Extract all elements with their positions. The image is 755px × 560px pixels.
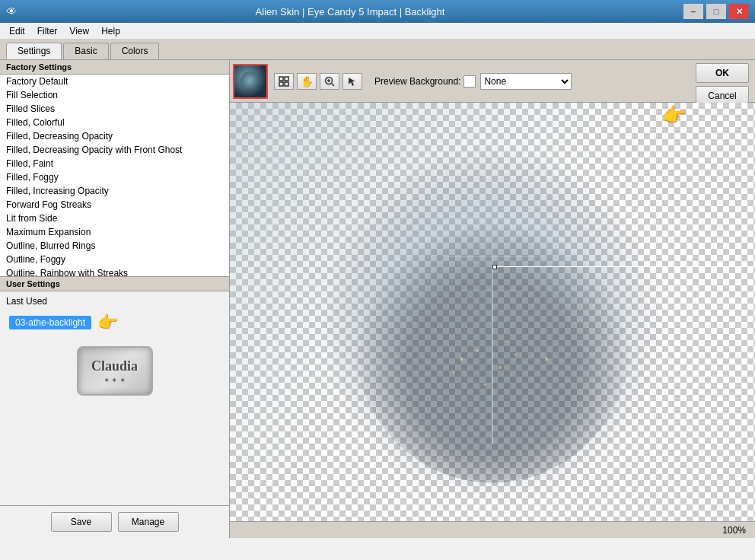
window-title: Alien Skin | Eye Candy 5 Impact | Backli…	[17, 6, 683, 18]
list-item[interactable]: Outline, Blurred Rings	[0, 239, 229, 253]
list-item[interactable]: Filled, Increasing Opacity	[0, 184, 229, 198]
user-settings-list: Last Used	[0, 291, 229, 311]
select-button[interactable]	[342, 73, 362, 90]
tab-basic[interactable]: Basic	[63, 43, 108, 59]
svg-rect-3	[285, 82, 288, 86]
menu-filter[interactable]: Filter	[31, 24, 64, 38]
list-item[interactable]: Filled, Decreasing Opacity	[0, 129, 229, 143]
svg-point-17	[483, 383, 486, 386]
ok-cancel-area: OK Cancel	[696, 63, 749, 106]
canvas-selection-line	[492, 266, 755, 267]
thumbnail-preview	[233, 64, 268, 99]
menu-edit[interactable]: Edit	[3, 24, 31, 38]
arrow-pointer-icon: 👉	[97, 313, 118, 332]
toolbar-icons: ✋	[274, 73, 362, 90]
last-used-item[interactable]: Last Used	[0, 294, 229, 308]
svg-point-16	[545, 357, 548, 360]
svg-line-24	[585, 111, 755, 273]
factory-settings-header: Factory Settings	[0, 60, 229, 75]
user-settings-section: User Settings Last Used 03-athe-backligh…	[0, 277, 229, 505]
right-panel: 👉 ✋	[230, 60, 755, 538]
preset-list: Factory Default Fill Selection Filled Sl…	[0, 75, 229, 276]
svg-point-12	[476, 349, 478, 352]
preview-bg-select[interactable]: None White Black Custom	[480, 73, 572, 90]
pan-button[interactable]: ✋	[297, 73, 317, 90]
svg-line-5	[332, 83, 335, 86]
list-item[interactable]: Outline, Rainbow with Streaks	[0, 266, 229, 276]
light-rays	[230, 103, 755, 521]
main-layout: Factory Settings Factory Default Fill Se…	[0, 60, 755, 538]
menu-view[interactable]: View	[63, 24, 95, 38]
tab-settings[interactable]: Settings	[6, 43, 62, 59]
menu-bar: Edit Filter View Help	[0, 23, 755, 40]
list-item[interactable]: Factory Default	[0, 75, 229, 88]
list-item[interactable]: Forward Fog Streaks	[0, 198, 229, 212]
save-button[interactable]: Save	[51, 512, 112, 532]
svg-rect-1	[285, 77, 288, 81]
app-icon: 👁	[6, 5, 17, 18]
maximize-button[interactable]: □	[706, 4, 726, 19]
list-item[interactable]: Filled, Foggy	[0, 170, 229, 184]
left-panel: Factory Settings Factory Default Fill Se…	[0, 60, 230, 538]
tab-bar: Settings Basic Colors	[0, 40, 755, 60]
minimize-button[interactable]: –	[683, 4, 703, 19]
window-controls: – □ ✕	[683, 4, 749, 19]
list-item[interactable]: Lit from Side	[0, 212, 229, 225]
manage-button[interactable]: Manage	[118, 512, 179, 532]
close-button[interactable]: ✕	[729, 4, 749, 19]
zoom-in-button[interactable]	[320, 73, 339, 90]
selected-preset-row: 03-athe-backlight 👉	[0, 311, 229, 334]
canvas-area	[230, 103, 755, 521]
preset-list-container[interactable]: Factory Default Fill Selection Filled Sl…	[0, 75, 229, 276]
factory-settings-section: Factory Settings Factory Default Fill Se…	[0, 60, 229, 277]
list-item[interactable]: Maximum Expansion	[0, 225, 229, 239]
svg-point-18	[507, 341, 508, 342]
svg-point-15	[453, 371, 454, 372]
preset-thumbnail-badge: Claudia ✦ ✦ ✦	[77, 346, 153, 396]
selected-preset-label[interactable]: 03-athe-backlight	[9, 316, 91, 329]
svg-marker-8	[349, 78, 355, 86]
title-bar: 👁 Alien Skin | Eye Candy 5 Impact | Back…	[0, 0, 755, 23]
svg-rect-0	[279, 77, 283, 81]
svg-line-21	[608, 119, 755, 282]
user-settings-header: User Settings	[0, 277, 229, 291]
list-item[interactable]: Filled, Colorful	[0, 116, 229, 129]
list-item[interactable]: Filled Slices	[0, 102, 229, 116]
bottom-buttons: Save Manage	[0, 505, 229, 538]
ok-button[interactable]: OK	[696, 63, 749, 83]
svg-point-11	[460, 357, 463, 360]
svg-rect-2	[279, 82, 283, 86]
preview-bg-color-swatch	[464, 75, 476, 88]
menu-help[interactable]: Help	[95, 24, 126, 38]
preview-bg-label: Preview Background:	[374, 76, 460, 87]
list-item[interactable]: Fill Selection	[0, 88, 229, 102]
svg-point-14	[514, 353, 517, 355]
list-item[interactable]: Filled, Decreasing Opacity with Front Gh…	[0, 143, 229, 157]
zoom-to-fit-button[interactable]	[274, 73, 294, 90]
tab-colors[interactable]: Colors	[110, 43, 160, 59]
zoom-level: 100%	[722, 525, 746, 536]
list-item[interactable]: Outline, Foggy	[0, 253, 229, 266]
status-bar: 100%	[230, 521, 755, 538]
list-item[interactable]: Filled, Faint	[0, 157, 229, 170]
svg-point-13	[499, 366, 502, 369]
